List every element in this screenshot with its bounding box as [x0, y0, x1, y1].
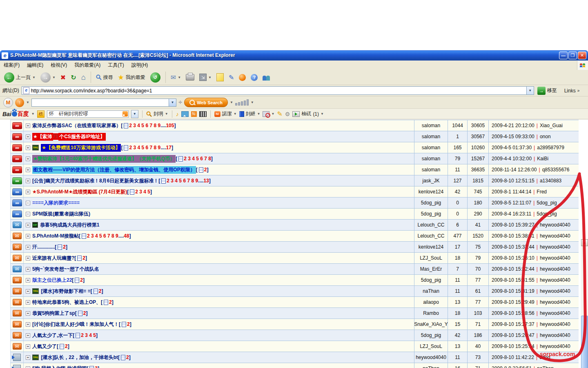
messenger-button[interactable]	[261, 73, 272, 81]
author-link[interactable]: 5dog_pig	[421, 211, 441, 217]
topic-title-link[interactable]: ★S.PhAntoM-M★战绩獎勵區 (7月4日更新)[2 3 4 5 ]	[32, 188, 152, 195]
lastpost-author-link[interactable]: KaiBi	[537, 156, 548, 162]
baidu-image-button[interactable]	[181, 111, 189, 117]
expand-box[interactable]: +	[26, 311, 30, 316]
topic-title-link[interactable]: 近來誰有人玩幽靈?[2 ]	[32, 255, 87, 262]
lastpost-author-link[interactable]: heywood4040	[540, 321, 570, 327]
topic-title-link[interactable]: [灌水]布野做影下相= =[2 ]	[41, 288, 103, 295]
plugin-ball-button[interactable]	[237, 73, 247, 82]
lastpost-author-link[interactable]: heywood4040	[540, 332, 570, 338]
lastpost-author-link[interactable]: heywood4040	[540, 277, 570, 283]
author-link[interactable]: saloman	[422, 123, 440, 128]
author-link[interactable]: jask_JK	[422, 178, 439, 184]
expand-box[interactable]: +	[26, 146, 30, 150]
expand-box[interactable]: +	[26, 355, 30, 360]
expand-box[interactable]: +	[26, 333, 30, 338]
help-globe-button[interactable]: ?	[249, 73, 259, 82]
author-link[interactable]: saloman	[422, 145, 440, 150]
author-link[interactable]: heywood4040	[416, 355, 446, 360]
resize-dropdown-icon[interactable]: ▼	[208, 76, 212, 79]
lastpost-author-link[interactable]: 5dog_pig	[537, 211, 557, 217]
notes-button[interactable]	[215, 72, 225, 82]
baidu-hi-button[interactable]: hi 諾潔 ▼	[214, 110, 237, 117]
msn-search-input[interactable]: ▼	[31, 99, 176, 107]
expand-box[interactable]: +	[26, 256, 30, 260]
topic-title-link[interactable]: 特地来此恭喜5狗、被选上OP、[2 ]	[32, 299, 114, 306]
topic-title-link[interactable]: [灌水]队长，22，加油，干掉老头bt[2 ]	[41, 354, 130, 361]
back-dropdown-icon[interactable]: ▼	[32, 76, 36, 79]
address-dropdown-button[interactable]: ▼	[526, 87, 534, 94]
expand-box[interactable]: +	[26, 123, 30, 128]
baidu-favorites-button[interactable]: 刲紲 ▼	[239, 110, 261, 117]
lastpost-author-link[interactable]: heywood4040	[540, 299, 570, 305]
author-link[interactable]: LZJ_SouL	[420, 343, 442, 349]
links-bar[interactable]: Links »	[564, 88, 580, 94]
lastpost-author-link[interactable]: onon	[540, 134, 551, 139]
topic-title-link[interactable]: ★【免费赠送10万索沛游戏卡活动】 [2 3 4 5 6 7 8 9....17…	[41, 144, 173, 152]
maximize-button[interactable]: ❐	[568, 52, 577, 59]
expand-box[interactable]: +	[26, 278, 30, 283]
author-link[interactable]: Rambo	[423, 310, 439, 316]
topic-title-link[interactable]: [讨论]你们这里人好少哦！来加加人气！[2 ]	[32, 321, 131, 328]
expand-box[interactable]: +	[26, 267, 30, 272]
author-link[interactable]: SnaKe_XiAo_Y	[414, 321, 448, 327]
topic-title-link[interactable]: 5狗 我想入你隊 批准我吧[2 ]	[32, 365, 99, 368]
topic-title-link[interactable]: 恭喜5狗成爲大兵排行榜第1	[40, 222, 99, 229]
baidu-logo[interactable]: Bai 百度	[2, 110, 29, 118]
author-link[interactable]: Mas_ErEr	[420, 266, 442, 272]
expand-box[interactable]: +	[26, 168, 30, 172]
topic-title-link[interactable]: 人氣太少了,水一下[2 3 4 5 ]	[32, 332, 98, 339]
topic-title-link[interactable]: S.PhAntoM-M接龍帖[2 3 4 5 6 7 8 9....48 ]	[32, 233, 131, 240]
topic-title-link[interactable]: ====入隊的要求====	[32, 200, 80, 206]
lastpost-author-link[interactable]: heywood4040	[540, 288, 570, 294]
topic-title-link[interactable]: 恭賀5狗狗當上了sp[2 ]	[32, 310, 87, 317]
expand-box[interactable]: +	[26, 300, 30, 305]
collapse-box[interactable]: −	[26, 201, 30, 205]
forward-button[interactable]: → ▼	[39, 72, 57, 83]
topic-title-link[interactable]: SPM版規(嚴重者踢出隊伍)	[32, 211, 90, 218]
settings-button[interactable]: ⚙	[285, 111, 290, 117]
vertical-scrollbar[interactable]: ▲	[581, 239, 588, 368]
expand-box[interactable]: +	[26, 344, 30, 349]
menu-item[interactable]: 工具(T)	[104, 61, 127, 70]
topic-title-link[interactable]: 人氣又少了[2 ]	[32, 343, 69, 350]
web-search-dropdown-icon[interactable]: ▼	[230, 101, 233, 104]
lastpost-author-link[interactable]: a1340883	[540, 178, 561, 184]
popup-blocker-dropdown[interactable]: ▼	[271, 112, 274, 116]
signal-bars-icon[interactable]	[235, 100, 249, 105]
lastpost-author-link[interactable]: heywood4040	[540, 244, 570, 250]
scroll-up-button[interactable]: ▲	[581, 239, 588, 246]
baidu-video-button[interactable]	[199, 111, 207, 117]
lastpost-author-link[interactable]: heywood4040	[540, 233, 570, 239]
author-link[interactable]: saloman	[422, 167, 440, 173]
mail-button[interactable]: ✉ ▼	[169, 73, 183, 82]
baidu-player-button[interactable]: 柚矹 (1) ▼	[292, 110, 324, 117]
collapse-box[interactable]: −	[26, 212, 30, 216]
resize-button[interactable]: ⇲ ▼	[198, 73, 213, 82]
menu-item[interactable]: 檢視(V)	[47, 61, 71, 70]
baidu-search-button[interactable]: 刲坰 ▼	[146, 110, 168, 117]
close-button[interactable]: ✕	[578, 52, 586, 59]
menu-item[interactable]: 編輯(E)	[23, 61, 47, 70]
baidu-search-input[interactable]: 怀 矸猁刲坰腔嘐	[47, 110, 129, 118]
edit-button[interactable]: ✎	[227, 73, 236, 82]
baidu-input-dropdown[interactable]: ▼	[131, 110, 138, 118]
topic-title-link[interactable]: [公告]幽灵大厅战绩奖励标准！8月6日起更新美女服标准！[2 3 4 5 6 7…	[32, 177, 211, 184]
minimize-button[interactable]: —	[559, 52, 568, 59]
msn-combo-dropdown[interactable]: ▼	[169, 99, 176, 106]
mail-dropdown-icon[interactable]: ▼	[178, 76, 181, 79]
expand-box[interactable]: +	[26, 223, 30, 227]
author-link[interactable]: naThan	[423, 288, 439, 294]
topic-title-link[interactable]: ★赞助索沛【1元=40索币十赠送优先进服通道】（支持手机Q币） [2 3 4 5…	[32, 155, 213, 163]
baidu-player-dropdown[interactable]: ▼	[321, 112, 324, 116]
menu-item[interactable]: 我的最愛(A)	[71, 61, 104, 70]
search-button[interactable]: 搜尋	[94, 73, 115, 82]
refresh-button[interactable]: ↻	[69, 73, 78, 82]
baidu-hi-dropdown[interactable]: ▼	[234, 112, 237, 116]
topic-title-link[interactable]: 5狗~`突发奇想~~想了个战队名	[32, 266, 99, 273]
baidu-bang-icon[interactable]: 榜	[37, 110, 45, 118]
expand-box[interactable]: +	[26, 245, 30, 249]
topic-title-link[interactable]: 版主之位已换上22[2 ]	[32, 277, 85, 284]
lastpost-author-link[interactable]: naThan	[537, 366, 554, 368]
lastpost-author-link[interactable]: heywood4040	[540, 343, 570, 349]
